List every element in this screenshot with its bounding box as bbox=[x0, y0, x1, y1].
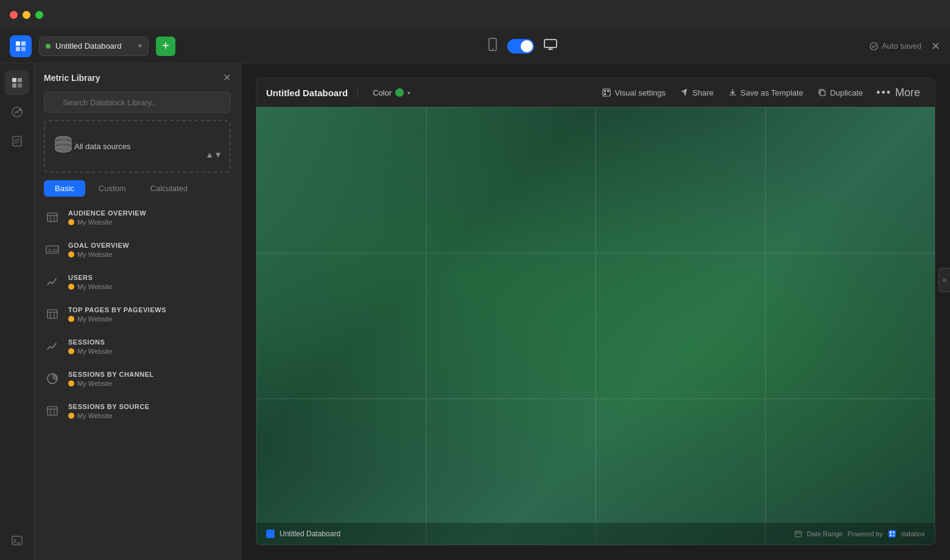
sidebar-icon-terminal[interactable] bbox=[5, 528, 29, 553]
list-item[interactable]: TOP PAGES BY PAGEVIEWS My Website bbox=[44, 298, 231, 331]
save-as-template-button[interactable]: Save as Template bbox=[722, 85, 809, 100]
sidebar-icon-dashboard[interactable] bbox=[5, 71, 29, 95]
selector-chevron: ▾ bbox=[138, 42, 142, 50]
svg-rect-33 bbox=[893, 531, 895, 533]
svg-rect-10 bbox=[12, 83, 16, 88]
tabs-row: Basic Custom Calculated bbox=[34, 180, 241, 197]
svg-rect-1 bbox=[21, 41, 26, 46]
search-wrapper: 🔍 bbox=[44, 92, 231, 113]
more-button[interactable]: ••• More bbox=[871, 84, 925, 102]
color-button[interactable]: Color ▾ bbox=[368, 86, 415, 100]
metric-name: SESSIONS bbox=[68, 338, 112, 346]
metric-source: My Website bbox=[68, 283, 112, 290]
metric-source-text: My Website bbox=[77, 283, 112, 290]
tab-custom[interactable]: Custom bbox=[88, 180, 137, 197]
desktop-icon[interactable] bbox=[544, 39, 557, 53]
date-range-label: Date Range bbox=[807, 530, 843, 537]
search-input[interactable] bbox=[44, 92, 231, 113]
svg-rect-26 bbox=[604, 90, 606, 92]
svg-rect-9 bbox=[18, 78, 22, 82]
footer-logo bbox=[266, 530, 275, 538]
list-item[interactable]: SESSIONS My Website bbox=[44, 331, 231, 363]
databoard-selector[interactable]: Untitled Databoard ▾ bbox=[39, 37, 149, 56]
svg-rect-29 bbox=[820, 91, 825, 96]
share-button[interactable]: Share bbox=[674, 85, 720, 100]
source-dot bbox=[68, 348, 74, 354]
more-icon: ••• bbox=[876, 86, 892, 99]
traffic-light-red[interactable] bbox=[10, 11, 18, 19]
svg-rect-25 bbox=[603, 89, 610, 96]
metric-source-text: My Website bbox=[77, 219, 112, 226]
trend-icon bbox=[44, 338, 61, 355]
add-databoard-button[interactable]: + bbox=[156, 37, 175, 56]
metric-source: My Website bbox=[68, 348, 112, 355]
app-logo[interactable] bbox=[10, 35, 32, 57]
color-chevron: ▾ bbox=[407, 89, 410, 96]
svg-rect-3 bbox=[21, 47, 26, 51]
main-layout: Metric Library ✕ 🔍 bbox=[0, 63, 950, 560]
source-dot bbox=[68, 219, 74, 225]
traffic-light-green[interactable] bbox=[35, 11, 43, 19]
svg-rect-15 bbox=[12, 536, 22, 545]
metric-name: SESSIONS BY SOURCE bbox=[68, 403, 150, 410]
svg-rect-6 bbox=[544, 40, 557, 47]
list-item[interactable]: SESSIONS BY SOURCE My Website bbox=[44, 395, 231, 427]
tab-basic[interactable]: Basic bbox=[44, 180, 85, 197]
data-sources-selector[interactable]: All data sources ▲▼ bbox=[44, 120, 231, 173]
metric-panel: Metric Library ✕ 🔍 bbox=[34, 63, 241, 560]
sidebar-icon-reports[interactable] bbox=[5, 129, 29, 153]
duplicate-button[interactable]: Duplicate bbox=[812, 85, 869, 100]
metric-panel-header: Metric Library ✕ bbox=[34, 63, 241, 92]
grid-cell bbox=[596, 253, 765, 399]
metric-source: My Website bbox=[68, 219, 146, 226]
brand-icon bbox=[888, 530, 896, 538]
svg-point-18 bbox=[55, 146, 71, 152]
svg-rect-27 bbox=[607, 90, 609, 92]
grid-cell bbox=[765, 107, 935, 253]
metric-panel-title: Metric Library bbox=[44, 73, 100, 83]
list-item[interactable]: 3:10 GOAL OVERVIEW My Website bbox=[44, 234, 231, 266]
database-icon bbox=[52, 133, 74, 159]
svg-text:3:10: 3:10 bbox=[48, 248, 58, 253]
list-item[interactable]: USERS My Website bbox=[44, 266, 231, 298]
tab-calculated[interactable]: Calculated bbox=[139, 180, 199, 197]
list-item[interactable]: AUDIENCE OVERVIEW My Website bbox=[44, 201, 231, 234]
metric-source: My Website bbox=[68, 251, 129, 258]
svg-rect-11 bbox=[18, 83, 22, 88]
expand-arrow-icon: ▲▼ bbox=[205, 150, 222, 159]
metric-info: TOP PAGES BY PAGEVIEWS My Website bbox=[68, 306, 166, 323]
close-button[interactable]: ✕ bbox=[931, 40, 940, 53]
collapse-panel-button[interactable]: « bbox=[938, 268, 950, 292]
metric-source-text: My Website bbox=[77, 251, 112, 258]
grid-cell bbox=[256, 107, 426, 253]
visual-settings-button[interactable]: Visual settings bbox=[596, 85, 672, 100]
list-item[interactable]: SESSIONS BY CHANNEL My Website bbox=[44, 363, 231, 395]
traffic-lights bbox=[10, 11, 43, 19]
svg-rect-34 bbox=[890, 534, 892, 536]
metric-name: AUDIENCE OVERVIEW bbox=[68, 209, 146, 217]
metric-info: SESSIONS BY SOURCE My Website bbox=[68, 403, 150, 419]
metric-source: My Website bbox=[68, 380, 154, 387]
metric-source: My Website bbox=[68, 315, 166, 323]
traffic-light-yellow[interactable] bbox=[23, 11, 30, 19]
databoard-canvas[interactable]: Untitled Databoard Date Range Powered by bbox=[256, 107, 935, 545]
calendar-icon bbox=[795, 530, 802, 537]
databoard-status-dot bbox=[46, 44, 51, 49]
metric-name: USERS bbox=[68, 274, 112, 281]
databoard-title[interactable]: Untitled Databoard bbox=[266, 88, 348, 98]
color-label: Color bbox=[373, 88, 392, 97]
color-swatch bbox=[395, 88, 404, 97]
source-dot bbox=[68, 413, 74, 419]
metric-info: AUDIENCE OVERVIEW My Website bbox=[68, 209, 146, 226]
mobile-icon[interactable] bbox=[488, 38, 498, 54]
metric-panel-close[interactable]: ✕ bbox=[223, 72, 231, 83]
trend-icon bbox=[44, 273, 61, 290]
icon-sidebar bbox=[0, 63, 34, 560]
visual-settings-label: Visual settings bbox=[614, 88, 666, 97]
svg-rect-8 bbox=[12, 78, 16, 82]
canvas-footer-left: Untitled Databoard bbox=[266, 530, 340, 538]
databoard-name: Untitled Databoard bbox=[55, 41, 121, 51]
share-label: Share bbox=[692, 88, 714, 97]
view-toggle[interactable] bbox=[507, 39, 534, 54]
sidebar-icon-metrics[interactable] bbox=[5, 100, 29, 124]
